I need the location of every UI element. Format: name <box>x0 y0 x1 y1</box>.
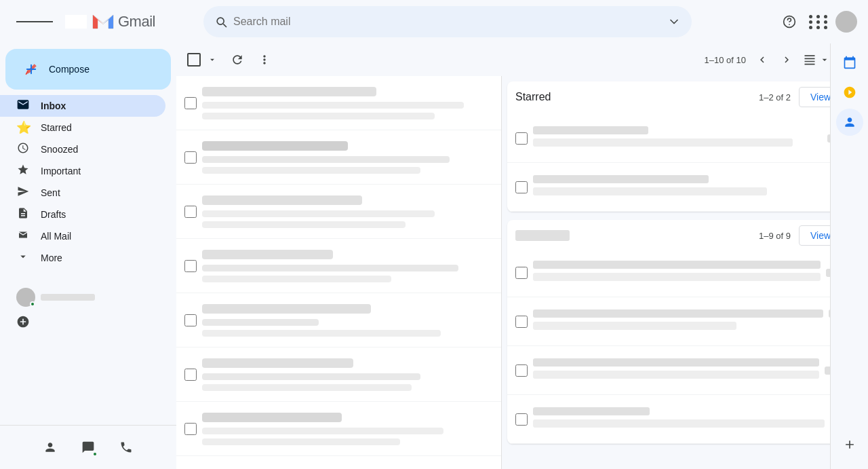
page-nav <box>751 49 797 71</box>
contacts-button[interactable] <box>37 434 64 461</box>
email-subject-ph <box>202 210 435 217</box>
select-all-checkbox[interactable] <box>187 53 201 67</box>
sent-label: Sent <box>41 187 60 198</box>
sidebar-item-all-mail[interactable]: All Mail <box>0 225 165 247</box>
email-preview-ph <box>202 384 412 391</box>
chat-name-placeholder <box>41 294 95 301</box>
email-sender-ph <box>533 175 709 183</box>
email-subject-ph <box>533 273 821 281</box>
email-sender-ph <box>202 195 362 205</box>
main-content: 1–10 of 10 <box>176 43 868 469</box>
chat-person-item[interactable] <box>5 285 160 309</box>
starred-email-content <box>533 175 825 200</box>
snoozed-icon <box>16 142 30 157</box>
phone-button[interactable] <box>113 434 140 461</box>
user-avatar[interactable] <box>835 11 857 33</box>
email-checkbox[interactable] <box>515 364 528 377</box>
compose-label: Compose <box>49 64 90 75</box>
second-email-row[interactable] <box>507 248 863 297</box>
email-row[interactable] <box>176 185 501 239</box>
prev-page-button[interactable] <box>751 49 773 71</box>
sidebar-item-inbox[interactable]: Inbox <box>0 95 165 117</box>
email-row[interactable] <box>176 402 501 456</box>
email-subject-ph <box>533 187 767 195</box>
email-checkbox[interactable] <box>184 260 197 272</box>
starred-email-content <box>533 126 822 151</box>
topbar-left: Gmail <box>11 12 187 31</box>
select-controls <box>187 51 222 69</box>
second-section-card: 1–9 of 9 View all <box>507 220 863 444</box>
emails-area: Starred 1–2 of 2 View all <box>176 76 868 469</box>
compose-button[interactable]: Compose <box>5 49 171 90</box>
email-subject-ph <box>202 102 464 109</box>
sidebar-item-drafts[interactable]: Drafts <box>0 204 165 225</box>
compose-icon <box>22 60 41 79</box>
search-dropdown-arrow[interactable] <box>667 15 681 29</box>
gmail-logo-text: Gmail <box>118 13 155 31</box>
email-checkbox[interactable] <box>184 369 197 381</box>
email-checkbox[interactable] <box>184 314 197 326</box>
add-chat-button[interactable] <box>5 309 160 334</box>
email-content <box>202 195 493 228</box>
inbox-label: Inbox <box>41 100 66 111</box>
email-sender-ph <box>533 309 823 318</box>
starred-icon: ⭐ <box>16 120 30 135</box>
topbar: Gmail <box>0 0 868 43</box>
starred-email-row[interactable] <box>507 114 863 163</box>
email-checkbox[interactable] <box>515 267 528 279</box>
apps-button[interactable] <box>806 8 833 35</box>
next-page-button[interactable] <box>776 49 797 71</box>
email-row[interactable] <box>176 239 501 293</box>
sidebar-item-starred[interactable]: ⭐ Starred <box>0 117 165 138</box>
email-sender-ph <box>202 304 371 314</box>
email-checkbox[interactable] <box>515 316 528 328</box>
hamburger-menu-button[interactable] <box>11 14 58 30</box>
email-checkbox[interactable] <box>184 151 197 164</box>
select-dropdown-button[interactable] <box>202 51 222 69</box>
starred-section-title: Starred <box>515 91 551 103</box>
add-apps-side-button[interactable] <box>836 431 863 458</box>
email-checkbox[interactable] <box>184 423 197 435</box>
starred-email-checkbox[interactable] <box>515 181 528 193</box>
gmail-logo[interactable]: Gmail <box>64 12 155 31</box>
section-label-ph <box>515 230 570 241</box>
starred-email-checkbox[interactable] <box>515 132 528 145</box>
second-email-row[interactable] <box>507 346 863 395</box>
calendar-side-button[interactable] <box>836 49 863 76</box>
chat-button[interactable] <box>75 434 102 461</box>
email-content <box>533 261 821 285</box>
starred-email-row[interactable] <box>507 163 863 212</box>
email-row[interactable] <box>176 76 501 130</box>
email-row[interactable] <box>176 293 501 348</box>
topbar-right <box>776 8 857 35</box>
second-count: 1–9 of 9 <box>759 231 791 241</box>
more-options-button[interactable] <box>252 49 277 71</box>
search-input[interactable] <box>233 16 662 28</box>
sidebar-item-sent[interactable]: Sent <box>0 182 165 204</box>
sidebar-item-snoozed[interactable]: Snoozed <box>0 138 165 160</box>
email-content <box>202 250 493 282</box>
email-content <box>202 304 493 337</box>
add-chat-icon <box>16 315 30 329</box>
help-button[interactable] <box>776 8 803 35</box>
email-checkbox[interactable] <box>515 413 528 426</box>
tasks-side-button[interactable] <box>836 79 863 106</box>
view-toggle[interactable] <box>803 53 830 67</box>
email-row[interactable] <box>176 348 501 402</box>
online-indicator <box>30 301 35 307</box>
refresh-button[interactable] <box>225 49 250 71</box>
second-email-row[interactable] <box>507 297 863 346</box>
email-content <box>202 87 493 119</box>
contacts-side-button[interactable] <box>836 109 863 136</box>
email-checkbox[interactable] <box>184 97 197 109</box>
email-list <box>176 76 502 469</box>
sidebar-item-important[interactable]: Important <box>0 160 165 182</box>
email-preview-ph <box>202 276 391 282</box>
search-bar[interactable] <box>203 6 692 37</box>
second-email-row[interactable] <box>507 395 863 444</box>
email-row[interactable] <box>176 130 501 185</box>
email-subject-ph <box>533 419 825 428</box>
email-checkbox[interactable] <box>184 206 197 218</box>
email-sender-ph <box>533 261 821 269</box>
sidebar-item-more[interactable]: More <box>0 247 165 269</box>
